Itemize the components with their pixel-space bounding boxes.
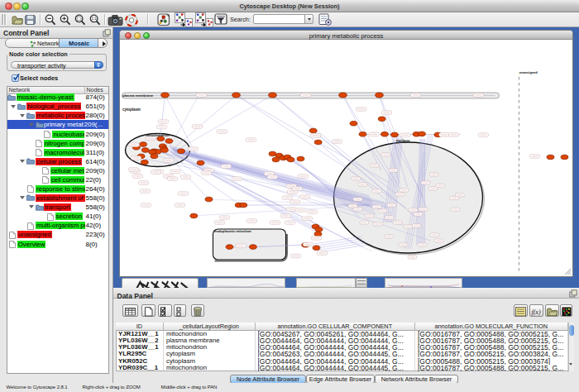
svg-text:1:1: 1:1 [91,17,97,21]
svg-text:f(x): f(x) [531,308,540,316]
svg-text:cytoplasm: cytoplasm [122,108,141,112]
svg-text:nucleus: nucleus [395,139,409,143]
svg-text:mitochondrion: mitochondrion [146,133,170,137]
svg-text:unassigned: unassigned [519,70,538,74]
svg-text:plasma membrane: plasma membrane [122,93,154,98]
svg-text:endoplasmic reticulum: endoplasmic reticulum [214,229,251,233]
